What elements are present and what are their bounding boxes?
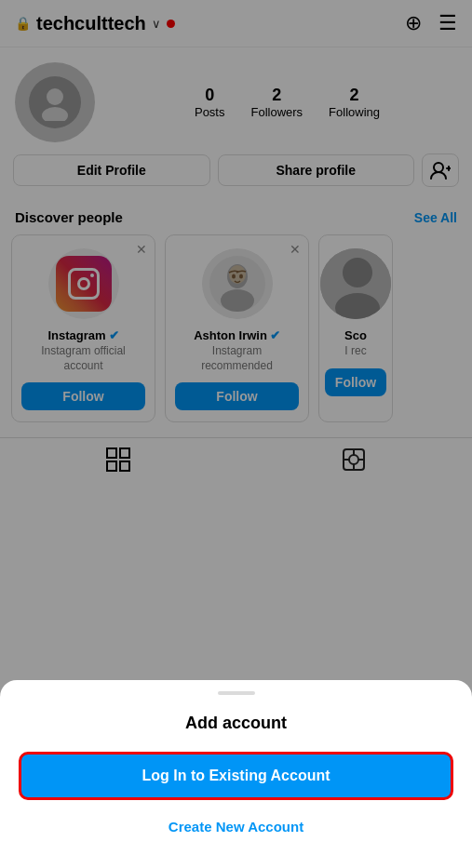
sheet-title: Add account bbox=[19, 714, 453, 733]
create-account-button[interactable]: Create New Account bbox=[19, 815, 453, 838]
sheet-handle bbox=[218, 691, 255, 695]
login-existing-button[interactable]: Log In to Existing Account bbox=[19, 752, 453, 800]
add-account-sheet: Add account Log In to Existing Account C… bbox=[0, 680, 472, 868]
